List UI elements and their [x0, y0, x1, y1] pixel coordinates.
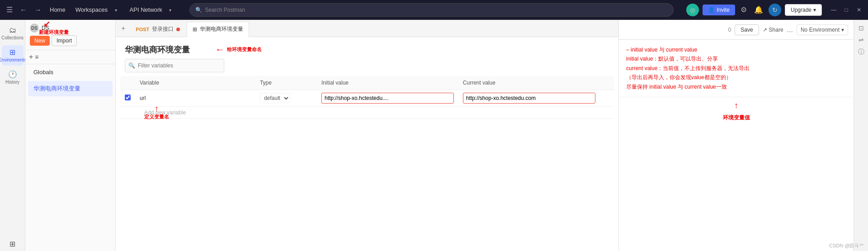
collections-icon: 🗂	[9, 26, 16, 34]
tabs-bar: + POST 登录接口 ⊞ 华测电商环境变量	[116, 20, 618, 37]
back-icon[interactable]: ←	[18, 4, 29, 16]
history-icon: 🕐	[8, 70, 17, 79]
filter-variables-input[interactable]	[125, 59, 224, 72]
env-selector-label: No Environment	[801, 27, 840, 33]
tab-method-label: POST	[136, 27, 149, 32]
env-selector-arrow: ▾	[841, 27, 844, 33]
search-placeholder: Search Postman	[205, 7, 245, 13]
csdn-watermark: CSDN @筋斗**	[829, 242, 863, 249]
right-annotations: – initial value 与 current value initial …	[619, 40, 854, 97]
table-row: ↑ 定义变量名 default	[120, 90, 614, 107]
import-button[interactable]: Import	[52, 35, 77, 46]
annotation-env-name: 给环境变量命名	[227, 46, 262, 53]
tab-plus-icon[interactable]: +	[118, 24, 129, 33]
environments-icon: ⊞	[9, 48, 15, 57]
minimize-button[interactable]: —	[829, 5, 838, 14]
invite-button[interactable]: 👤 Invite	[703, 5, 735, 15]
row-checkbox[interactable]	[125, 95, 131, 100]
annotation-line2: initial value：默认值，可以导出、分享	[626, 54, 846, 63]
sidebar-item-environments[interactable]: ⊞ Environments	[2, 45, 24, 66]
filter-search-icon: 🔍	[128, 62, 135, 69]
tab-env-icon: ⊞	[193, 26, 197, 33]
env-list-item-globals[interactable]: Globals	[28, 65, 113, 79]
main-layout: 🗂 Collections ⊞ Environments 🕐 History ⊞…	[0, 20, 868, 251]
share-icon: ↗	[763, 27, 767, 33]
col-initial-value: Initial value	[317, 76, 458, 90]
api-network-menu[interactable]: API Network ▾	[124, 5, 177, 15]
type-select[interactable]: default	[260, 93, 290, 103]
annotation-line5: 尽量保持 initial value 与 current value一致	[626, 82, 846, 91]
sidebar-icons: 🗂 Collections ⊞ Environments 🕐 History ⊞	[0, 20, 25, 251]
username-label: DS	[42, 25, 49, 31]
tab-env-label: 华测电商环境变量	[200, 25, 243, 33]
sidebar-panel: DS DS ↙ 新建环境变量 New Import + ≡ Globals 华测…	[25, 20, 116, 251]
tab-env[interactable]: ⊞ 华测电商环境变量	[187, 22, 249, 37]
annotation-env-value-label: 环境变量值	[619, 114, 854, 122]
avatar-icon[interactable]: ◎	[686, 4, 699, 16]
sidebar-history-label: History	[5, 80, 19, 85]
col-current-value: Current value	[458, 76, 600, 90]
env-selector[interactable]: No Environment ▾	[797, 24, 848, 35]
col-type: Type	[255, 76, 317, 90]
arrow-to-var-name: ↑	[144, 104, 169, 114]
initial-value-cell[interactable]: http://shop-xo.hctestedu....	[321, 93, 454, 104]
env-list-item-huace[interactable]: 华测电商环境变量	[28, 81, 113, 96]
runner-icon: ⊞	[9, 240, 15, 248]
tab-post-login[interactable]: POST 登录接口	[130, 22, 186, 37]
sidebar-item-runner[interactable]: ⊞	[2, 237, 24, 251]
tab-dot	[176, 28, 180, 31]
sidebar-item-collections[interactable]: 🗂 Collections	[2, 24, 24, 43]
topbar-nav: Home Workspaces ▾ API Network ▾	[47, 5, 177, 15]
env-editor-title: 华测电商环境变量	[125, 45, 190, 54]
new-button[interactable]: New	[30, 36, 50, 46]
maximize-button[interactable]: □	[842, 5, 851, 14]
sidebar-item-history[interactable]: 🕐 History	[2, 67, 24, 88]
filter-bar: 🔍	[116, 59, 618, 76]
env-editor-header: 华测电商环境变量 ← 给环境变量命名	[116, 37, 618, 59]
share-button[interactable]: ↗ Share	[763, 27, 783, 33]
api-icon[interactable]: ⇌	[859, 36, 864, 43]
sync-icon[interactable]: ↻	[769, 4, 781, 16]
layout-icon[interactable]: ⊡	[859, 24, 864, 32]
counter-badge: 0	[728, 27, 731, 33]
topbar: ☰ ← → Home Workspaces ▾ API Network ▾ 🔍 …	[0, 0, 868, 20]
far-right-icons: ⊡ ⇌ ⓘ	[854, 20, 868, 251]
main-content: + POST 登录接口 ⊞ 华测电商环境变量 华测电商环境变量 ← 给环境变量命…	[116, 20, 618, 251]
env-table: Variable Type Initial value Current valu…	[120, 76, 614, 251]
current-value-text: http://shop-xo.hctestedu.com	[466, 95, 536, 101]
right-panel: 0 Save ↗ Share ... No Environment ▾ – in…	[618, 20, 854, 251]
save-button[interactable]: Save	[735, 24, 759, 35]
annotation-line4: （导出后再导入，你会发现value都是空的）	[626, 73, 846, 82]
workspaces-menu[interactable]: Workspaces ▾	[70, 5, 123, 15]
search-bar[interactable]: 🔍 Search Postman	[189, 3, 674, 17]
forward-icon[interactable]: →	[33, 4, 43, 16]
annotation-env-value-arrow: ↑	[619, 97, 854, 114]
settings-icon[interactable]: ⚙	[739, 4, 749, 16]
col-check	[120, 76, 135, 90]
window-controls: — □ ✕	[829, 5, 863, 14]
add-env-button[interactable]: +	[29, 53, 33, 61]
close-button[interactable]: ✕	[854, 5, 863, 14]
sidebar-environments-label: Environments	[0, 57, 26, 63]
bell-icon[interactable]: 🔔	[752, 4, 765, 16]
more-options-button[interactable]: ...	[787, 26, 793, 34]
topbar-right: ◎ 👤 Invite ⚙ 🔔 ↻ Upgrade ▾ — □ ✕	[686, 4, 863, 16]
annotation-var-name: 定义变量名	[144, 114, 169, 119]
current-value-cell[interactable]: http://shop-xo.hctestedu.com	[463, 93, 595, 104]
variable-name-input[interactable]	[140, 95, 251, 101]
right-panel-toolbar: 0 Save ↗ Share ... No Environment ▾	[619, 20, 854, 40]
filter-env-button[interactable]: ≡	[35, 53, 38, 61]
info-icon[interactable]: ⓘ	[858, 48, 864, 56]
initial-value-text: http://shop-xo.hctestedu....	[325, 95, 388, 101]
annotation-line3: current value：当前值，不上传到服务器，无法导出	[626, 64, 846, 73]
search-icon: 🔍	[195, 7, 202, 13]
add-variable-row: Add new variable	[120, 107, 614, 119]
upgrade-button[interactable]: Upgrade ▾	[785, 4, 822, 16]
invite-person-icon: 👤	[708, 7, 715, 13]
annotation-line1: – initial value 与 current value	[626, 45, 846, 54]
menu-icon[interactable]: ☰	[5, 4, 14, 16]
home-link[interactable]: Home	[47, 5, 68, 15]
tab-post-login-label: 登录接口	[152, 25, 174, 33]
col-variable: Variable	[135, 76, 255, 90]
col-actions	[600, 76, 614, 90]
